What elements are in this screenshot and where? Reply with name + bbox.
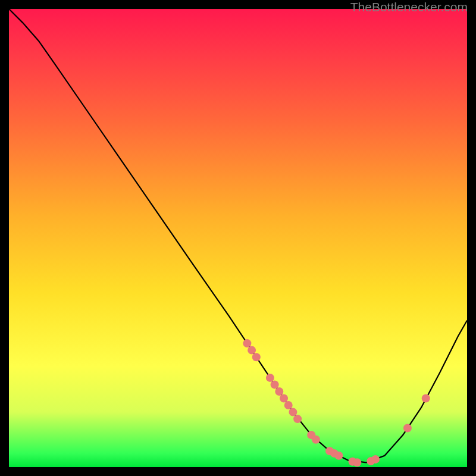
chart-wrapper: TheBottlenecker.com — [0, 0, 476, 476]
plot-area — [9, 9, 467, 467]
data-point — [334, 452, 343, 460]
data-point — [371, 455, 380, 464]
data-point — [289, 408, 297, 416]
data-markers — [243, 339, 430, 466]
data-point — [353, 458, 361, 466]
data-point — [243, 339, 251, 347]
data-point — [293, 415, 302, 423]
source-credit: TheBottlenecker.com — [350, 0, 468, 14]
data-point — [312, 436, 320, 444]
bottleneck-curve — [9, 9, 467, 462]
chart-svg — [9, 9, 467, 467]
data-point — [275, 387, 283, 396]
data-point — [422, 394, 430, 403]
data-point — [266, 374, 274, 382]
data-point — [403, 424, 412, 433]
data-point — [252, 353, 261, 361]
data-point — [280, 394, 288, 403]
data-point — [248, 346, 256, 355]
data-point — [284, 401, 293, 409]
data-point — [271, 380, 279, 389]
